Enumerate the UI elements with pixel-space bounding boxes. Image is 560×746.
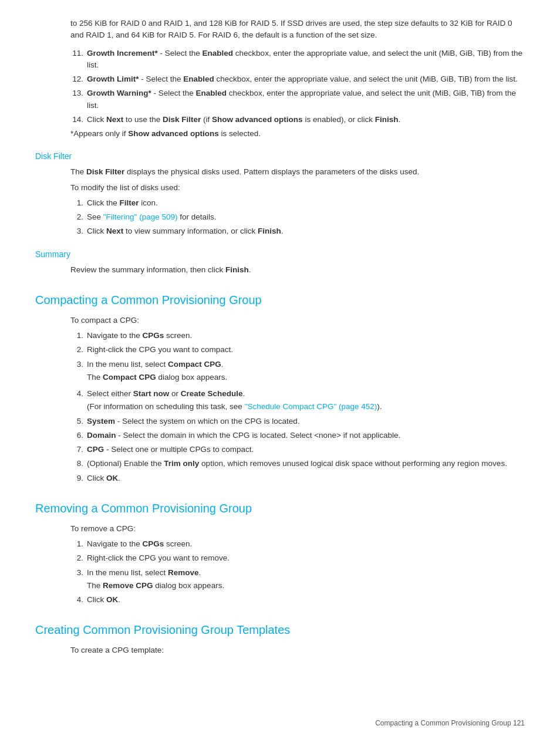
schedule-compact-link[interactable]: "Schedule Compact CPG" (page 452) bbox=[245, 402, 377, 411]
list-item: 1. Click the Filter icon. bbox=[70, 197, 525, 209]
list-item: 2. See "Filtering" (page 509) for detail… bbox=[70, 211, 525, 223]
list-item: 6. Domain - Select the domain in which t… bbox=[70, 430, 525, 441]
list-item: 12. Growth Limit* - Select the Enabled c… bbox=[70, 73, 525, 85]
disk-filter-steps: 1. Click the Filter icon. 2. See "Filter… bbox=[70, 197, 525, 238]
creating-intro: To create a CPG template: bbox=[70, 644, 525, 656]
list-item: 5. System - Select the system on which o… bbox=[70, 416, 525, 427]
disk-filter-heading: Disk Filter bbox=[35, 150, 525, 163]
removing-intro-text: To remove a CPG: bbox=[70, 523, 525, 535]
list-item: 8. (Optional) Enable the Trim only optio… bbox=[70, 458, 525, 470]
compacting-steps: 1. Navigate to the CPGs screen. 2. Right… bbox=[70, 330, 525, 484]
page-content: to 256 KiB for RAID 0 and RAID 1, and 12… bbox=[35, 18, 525, 657]
list-item: 4. Select either Start now or Create Sch… bbox=[70, 388, 525, 413]
intro-paragraph: to 256 KiB for RAID 0 and RAID 1, and 12… bbox=[70, 18, 525, 42]
summary-heading: Summary bbox=[35, 248, 525, 261]
page-footer: Compacting a Common Provisioning Group 1… bbox=[375, 718, 525, 728]
list-item: 1. Navigate to the CPGs screen. bbox=[70, 538, 525, 550]
list-item: 4. Click OK. bbox=[70, 594, 525, 606]
removing-intro: To remove a CPG: bbox=[70, 523, 525, 535]
disk-filter-body: The Disk Filter displays the physical di… bbox=[70, 166, 525, 194]
list-item: 3. Click Next to view summary informatio… bbox=[70, 225, 525, 237]
list-item: 2. Right-click the CPG you want to remov… bbox=[70, 552, 525, 564]
note: *Appears only if Show advanced options i… bbox=[70, 128, 525, 140]
list-item: 14. Click Next to use the Disk Filter (i… bbox=[70, 114, 525, 126]
filtering-link[interactable]: "Filtering" (page 509) bbox=[103, 212, 178, 221]
summary-body: Review the summary information, then cli… bbox=[70, 264, 525, 276]
top-numbered-list: 11. Growth Increment* - Select the Enabl… bbox=[70, 48, 525, 126]
summary-text: Review the summary information, then cli… bbox=[70, 264, 525, 276]
list-item: 13. Growth Warning* - Select the Enabled… bbox=[70, 87, 525, 112]
list-item: 9. Click OK. bbox=[70, 472, 525, 484]
growth-increment-label: Growth Increment* bbox=[87, 49, 158, 58]
intro-text: to 256 KiB for RAID 0 and RAID 1, and 12… bbox=[70, 19, 512, 39]
disk-filter-intro: The Disk Filter displays the physical di… bbox=[70, 166, 525, 178]
compacting-heading: Compacting a Common Provisioning Group bbox=[35, 291, 525, 309]
list-item: 7. CPG - Select one or multiple CPGs to … bbox=[70, 444, 525, 455]
list-item: 2. Right-click the CPG you want to compa… bbox=[70, 344, 525, 356]
footer-text: Compacting a Common Provisioning Group 1… bbox=[375, 719, 525, 727]
creating-intro-text: To create a CPG template: bbox=[70, 644, 525, 656]
growth-warning-label: Growth Warning* bbox=[87, 89, 151, 97]
list-item: 3. In the menu list, select Compact CPG.… bbox=[70, 359, 525, 386]
list-item: 3. In the menu list, select Remove. The … bbox=[70, 567, 525, 592]
disk-filter-to-modify: To modify the list of disks used: bbox=[70, 182, 525, 194]
growth-limit-label: Growth Limit* bbox=[87, 75, 139, 83]
list-item: 1. Navigate to the CPGs screen. bbox=[70, 330, 525, 342]
compacting-intro: To compact a CPG: bbox=[70, 315, 525, 326]
creating-heading: Creating Common Provisioning Group Templ… bbox=[35, 621, 525, 639]
compacting-intro-text: To compact a CPG: bbox=[70, 315, 525, 326]
list-item: 11. Growth Increment* - Select the Enabl… bbox=[70, 48, 525, 72]
removing-steps: 1. Navigate to the CPGs screen. 2. Right… bbox=[70, 538, 525, 606]
removing-heading: Removing a Common Provisioning Group bbox=[35, 499, 525, 517]
